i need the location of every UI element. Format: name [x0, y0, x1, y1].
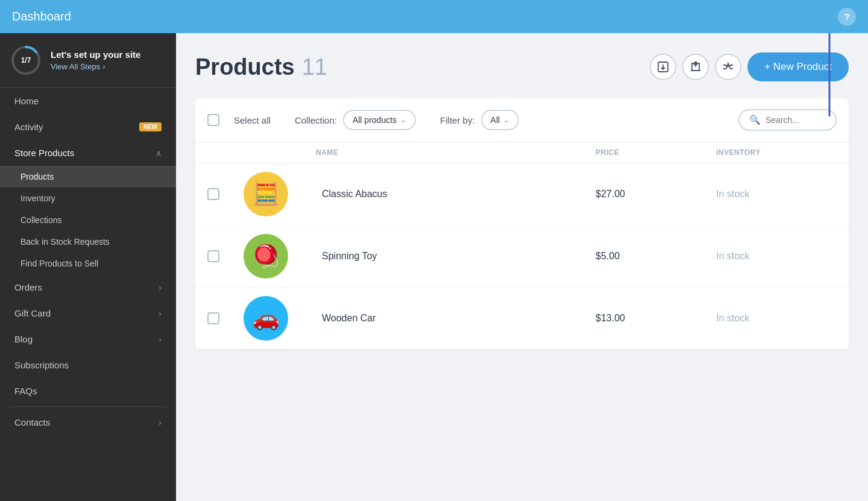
product-image-1: 🧮	[244, 172, 288, 216]
setup-card[interactable]: 1/7 Let's set up your site View All Step…	[0, 33, 176, 88]
chevron-right-icon: ›	[159, 418, 162, 427]
sidebar-item-subscriptions[interactable]: Subscriptions	[0, 352, 176, 378]
filter-by-label: Filter by:	[440, 115, 475, 125]
new-product-button[interactable]: + New Product	[747, 52, 849, 81]
main-layout: 1/7 Let's set up your site View All Step…	[0, 33, 868, 501]
collection-label: Collection:	[295, 115, 337, 125]
setup-title: Let's set up your site	[51, 49, 140, 60]
table-row[interactable]: 🪀 Spinning Toy $5.00 In stock	[195, 225, 849, 288]
sidebar-divider	[10, 406, 166, 407]
help-button[interactable]: ?	[838, 8, 856, 26]
product-price-1: $27.00	[596, 189, 716, 200]
sidebar-item-orders[interactable]: Orders ›	[0, 274, 176, 300]
page-title-row: Products 11	[195, 54, 327, 80]
sidebar-item-home[interactable]: Home	[0, 88, 176, 114]
collection-filter-group: Collection: All products ⌄	[295, 110, 416, 130]
product-price-2: $5.00	[596, 251, 716, 262]
column-headers: NAME PRICE INVENTORY	[195, 142, 849, 163]
product-checkbox-3[interactable]	[207, 312, 219, 324]
content-area: Products 11	[176, 33, 868, 350]
page-title: Products	[195, 54, 295, 80]
sidebar-item-blog[interactable]: Blog ›	[0, 326, 176, 352]
sidebar-item-inventory[interactable]: Inventory	[0, 187, 176, 209]
export-icon-button[interactable]	[682, 54, 709, 80]
chevron-down-icon: ⌄	[503, 116, 509, 124]
filter-bar: Select all Collection: All products ⌄ Fi…	[195, 98, 849, 142]
product-checkbox-2[interactable]	[207, 250, 219, 262]
sidebar: 1/7 Let's set up your site View All Step…	[0, 33, 176, 501]
product-name-1: Classic Abacus	[316, 189, 596, 200]
sidebar-item-collections[interactable]: Collections	[0, 209, 176, 231]
col-header-price: PRICE	[596, 148, 716, 157]
product-price-3: $13.00	[596, 313, 716, 324]
product-count: 11	[302, 54, 327, 80]
collection-dropdown[interactable]: All products ⌄	[343, 110, 416, 130]
search-icon: 🔍	[749, 115, 761, 125]
sidebar-item-gift-card[interactable]: Gift Card ›	[0, 300, 176, 326]
product-image-3: 🚗	[244, 296, 288, 341]
topbar-title: Dashboard	[12, 10, 71, 24]
progress-label: 1/7	[21, 56, 31, 65]
col-header-name: NAME	[316, 148, 596, 157]
setup-text: Let's set up your site View All Steps ›	[51, 49, 140, 71]
sidebar-item-faqs[interactable]: FAQs	[0, 378, 176, 404]
filter-by-dropdown[interactable]: All ⌄	[481, 110, 520, 130]
table-row[interactable]: 🚗 Wooden Car $13.00 In stock	[195, 288, 849, 350]
table-row[interactable]: 🧮 Classic Abacus $27.00 In stock	[195, 163, 849, 225]
activity-badge: NEW	[139, 122, 162, 131]
col-header-inventory: INVENTORY	[716, 148, 837, 157]
product-image-2: 🪀	[244, 234, 288, 279]
page-header: Products 11	[195, 52, 849, 81]
product-inventory-3: In stock	[716, 313, 837, 324]
search-input[interactable]	[766, 115, 826, 125]
header-actions: + New Product	[650, 52, 849, 81]
shuffle-icon-button[interactable]	[715, 54, 741, 80]
sidebar-item-back-in-stock[interactable]: Back in Stock Requests	[0, 231, 176, 253]
chevron-right-icon: ›	[159, 309, 162, 318]
product-name-2: Spinning Toy	[316, 251, 596, 262]
chevron-right-icon: ›	[159, 283, 162, 292]
view-all-steps-link[interactable]: View All Steps ›	[51, 62, 140, 71]
select-all-label: Select all	[234, 115, 271, 125]
product-name-3: Wooden Car	[316, 313, 596, 324]
topbar: Dashboard ?	[0, 0, 868, 33]
select-all-checkbox[interactable]	[207, 114, 219, 126]
sidebar-item-contacts[interactable]: Contacts ›	[0, 409, 176, 435]
filter-by-group: Filter by: All ⌄	[440, 110, 519, 130]
sidebar-item-products[interactable]: Products	[0, 166, 176, 187]
search-box: 🔍	[738, 109, 837, 131]
progress-ring: 1/7	[10, 44, 42, 77]
chevron-right-icon: ›	[159, 335, 162, 344]
chevron-down-icon: ⌄	[400, 116, 406, 124]
product-inventory-2: In stock	[716, 251, 837, 262]
sidebar-item-activity[interactable]: Activity NEW	[0, 114, 176, 140]
store-products-header[interactable]: Store Products ∧	[0, 140, 176, 166]
product-inventory-1: In stock	[716, 189, 837, 200]
main-content: Products 11	[176, 33, 868, 501]
sidebar-item-find-products[interactable]: Find Products to Sell	[0, 253, 176, 274]
chevron-up-icon: ∧	[156, 148, 162, 158]
store-products-section: Store Products ∧ Products Inventory Coll…	[0, 140, 176, 274]
import-icon-button[interactable]	[650, 54, 676, 80]
product-checkbox-1[interactable]	[207, 188, 219, 200]
products-table: Select all Collection: All products ⌄ Fi…	[195, 98, 849, 350]
